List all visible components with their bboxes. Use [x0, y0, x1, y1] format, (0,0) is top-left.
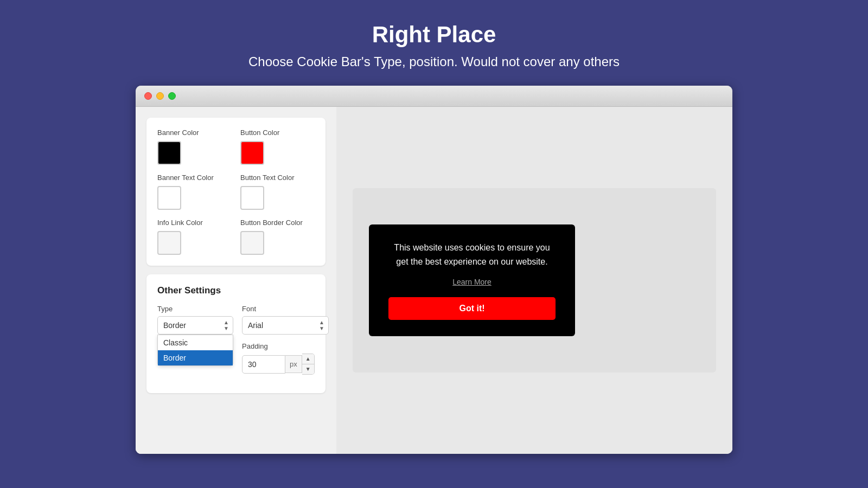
type-font-row: Type Border Classic ▲ ▼ — [157, 305, 315, 335]
info-link-color-swatch[interactable] — [157, 231, 181, 255]
banner-text-color-swatch[interactable] — [157, 186, 181, 210]
font-select[interactable]: Arial Helvetica — [242, 316, 329, 335]
button-border-color-swatch[interactable] — [240, 231, 264, 255]
button-color-field: Button Color — [240, 129, 315, 165]
dropdown-option-classic[interactable]: Classic — [158, 335, 233, 350]
button-text-color-field: Button Text Color — [240, 174, 315, 210]
type-dropdown-open: Classic Border — [157, 335, 233, 366]
color-section: Banner Color Button Color Banner Text Co… — [157, 129, 315, 255]
button-color-label: Button Color — [240, 129, 315, 137]
button-border-color-field: Button Border Color — [240, 219, 315, 255]
padding-increment-button[interactable]: ▲ — [302, 354, 314, 364]
padding-label: Padding — [242, 342, 315, 350]
browser-titlebar — [136, 86, 732, 107]
padding-unit: px — [285, 355, 302, 373]
close-button[interactable] — [144, 92, 152, 100]
cookie-got-it-button[interactable]: Got it! — [388, 297, 556, 320]
padding-field: Padding px ▲ ▼ — [242, 342, 315, 375]
browser-content: Banner Color Button Color Banner Text Co… — [136, 107, 732, 454]
banner-color-field: Banner Color — [157, 129, 232, 165]
info-link-color-field: Info Link Color — [157, 219, 232, 255]
maximize-button[interactable] — [168, 92, 176, 100]
button-color-swatch[interactable] — [240, 141, 264, 165]
type-select[interactable]: Border Classic — [157, 316, 233, 335]
minimize-button[interactable] — [156, 92, 164, 100]
type-field: Type Border Classic ▲ ▼ — [157, 305, 233, 335]
type-dropdown-container: Border Classic ▲ ▼ Classic — [157, 316, 233, 335]
padding-decrement-button[interactable]: ▼ — [302, 364, 314, 374]
cookie-banner: This website uses cookies to ensure you … — [369, 224, 575, 336]
type-select-wrapper: Border Classic ▲ ▼ — [157, 316, 233, 335]
right-panel: This website uses cookies to ensure you … — [336, 107, 732, 454]
font-select-wrapper: Arial Helvetica ▲ ▼ — [242, 316, 329, 335]
padding-input[interactable] — [242, 355, 285, 374]
type-label: Type — [157, 305, 233, 313]
font-field: Font Arial Helvetica ▲ ▼ — [242, 305, 329, 335]
padding-stepper: ▲ ▼ — [302, 354, 315, 375]
page-title: Right Place — [372, 22, 496, 48]
banner-text-color-label: Banner Text Color — [157, 174, 232, 182]
button-text-color-swatch[interactable] — [240, 186, 264, 210]
other-settings-card: Other Settings Type Border Classic — [146, 274, 326, 393]
padding-input-group: px ▲ ▼ — [242, 354, 315, 375]
other-settings-title: Other Settings — [157, 285, 315, 296]
banner-text-color-field: Banner Text Color — [157, 174, 232, 210]
banner-color-swatch[interactable] — [157, 141, 181, 165]
banner-color-label: Banner Color — [157, 129, 232, 137]
preview-area: This website uses cookies to ensure you … — [353, 188, 716, 373]
font-label: Font — [242, 305, 329, 313]
info-link-color-label: Info Link Color — [157, 219, 232, 227]
page-subtitle: Choose Cookie Bar's Type, position. Woul… — [248, 54, 620, 69]
color-settings-card: Banner Color Button Color Banner Text Co… — [146, 118, 326, 266]
cookie-banner-text: This website uses cookies to ensure you … — [388, 241, 556, 268]
left-panel: Banner Color Button Color Banner Text Co… — [136, 107, 336, 454]
dropdown-option-border[interactable]: Border — [158, 350, 233, 365]
cookie-learn-more-link[interactable]: Learn More — [388, 278, 556, 286]
button-text-color-label: Button Text Color — [240, 174, 315, 182]
button-border-color-label: Button Border Color — [240, 219, 315, 227]
browser-window: Banner Color Button Color Banner Text Co… — [136, 86, 732, 454]
